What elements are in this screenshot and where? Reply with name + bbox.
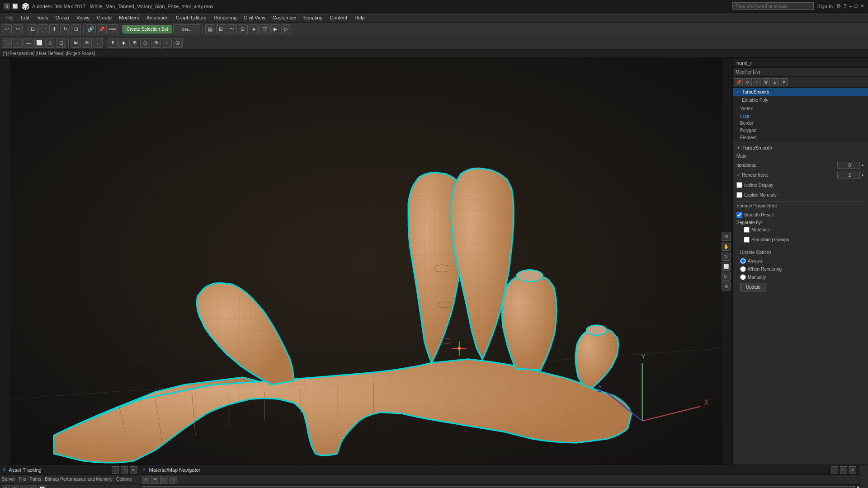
curve-editor-btn[interactable]: 〜 [227, 24, 237, 34]
at-tb-btn4[interactable]: ⬛ [29, 485, 37, 488]
mn-scroll[interactable]: ▼ [856, 485, 856, 488]
ring-btn[interactable]: ◎ [173, 38, 183, 48]
at-menu-bitmap[interactable]: Bitmap Performance and Memory [45, 477, 113, 482]
vp-render-btn[interactable]: ▷ [722, 272, 731, 281]
scale-btn[interactable]: ⊡ [71, 24, 81, 34]
select-region-btn[interactable]: ⬚ [38, 24, 48, 34]
search-input[interactable] [732, 2, 814, 10]
help-icon[interactable]: ? [844, 3, 846, 9]
mn-minimize-btn[interactable]: – [831, 466, 838, 474]
redo-btn[interactable]: ↪ [13, 24, 23, 34]
mirror-btn[interactable]: ⟺ [108, 24, 118, 34]
extrude-btn[interactable]: ⬆ [108, 38, 118, 48]
edge-btn[interactable]: — [24, 38, 33, 48]
snap-btn[interactable]: 📌 [97, 24, 107, 34]
undo-btn[interactable]: ↩ [2, 24, 12, 34]
schematic-btn[interactable]: ⊟ [238, 24, 248, 34]
menu-item-views[interactable]: Views [73, 14, 93, 21]
render-active-btn[interactable]: ▷ [281, 24, 291, 34]
menu-item-help[interactable]: Help [351, 14, 368, 21]
select-btn[interactable]: ⊡ [28, 24, 38, 34]
menu-item-rendering[interactable]: Rendering [210, 14, 241, 21]
menu-item-customize[interactable]: Customize [269, 14, 300, 21]
ts-up2-icon[interactable]: ▲ [861, 173, 864, 177]
at-tb-btn1[interactable]: ⊞ [2, 485, 10, 488]
at-minimize-btn[interactable]: – [112, 466, 119, 474]
subitem-vertex[interactable]: Vertex [733, 105, 868, 112]
turbosmooth-header[interactable]: ▼ TurboSmooth [736, 144, 864, 152]
update-manually-radio[interactable] [740, 274, 746, 280]
menu-item-modifiers[interactable]: Modifiers [115, 14, 143, 21]
link-btn[interactable]: 🔗 [86, 24, 96, 34]
ts-explicit-check[interactable] [736, 192, 742, 198]
mod-del-btn[interactable]: 🗑 [762, 78, 770, 86]
ts-up-icon[interactable]: ▲ [861, 163, 864, 167]
at-menu-options[interactable]: Options [116, 477, 132, 482]
mod-pin-btn[interactable]: 📌 [735, 78, 743, 86]
poly-select-btn[interactable]: ⬛ [2, 38, 12, 48]
bevel-btn[interactable]: ◈ [118, 38, 128, 48]
modifier-editable-poly[interactable]: ✓ Editable Poly [733, 96, 868, 104]
at-menu-paths[interactable]: Paths [30, 477, 42, 482]
wire-btn[interactable]: ⬦ [93, 38, 103, 48]
at-tb-btn5[interactable]: ⬜ [38, 485, 46, 488]
mod-down-btn[interactable]: ▼ [780, 78, 788, 86]
mn-maximize-btn[interactable]: □ [840, 466, 847, 474]
ts-materials-check[interactable] [744, 227, 750, 233]
update-whenrender-radio[interactable] [740, 266, 746, 272]
mod-up-btn[interactable]: ▲ [771, 78, 779, 86]
update-always-radio[interactable] [740, 258, 746, 264]
menu-item-group[interactable]: Group [52, 14, 73, 21]
create-selection-btn[interactable]: Create Selection Set [123, 25, 172, 33]
mn-tb-icon-btn[interactable]: ⬛ [160, 476, 168, 484]
subitem-border[interactable]: Border [733, 119, 868, 127]
modifier-turbosmooth[interactable]: ✓ TurboSmooth [733, 88, 868, 96]
ts-renderIters-input[interactable] [837, 172, 860, 178]
vp-orbit-btn[interactable]: ↻ [722, 252, 731, 261]
subitem-polygon[interactable]: Polygon [733, 127, 868, 134]
at-maximize-btn[interactable]: □ [121, 466, 128, 474]
isolate-sel-btn[interactable]: ☯ [71, 38, 81, 48]
material-editor-btn[interactable]: ◈ [249, 24, 259, 34]
ts-isoline-check[interactable] [736, 182, 742, 188]
vp-pan-btn[interactable]: ✋ [722, 242, 731, 251]
border-btn[interactable]: ⬜ [34, 38, 44, 48]
mod-config-btn[interactable]: ⚙ [744, 78, 752, 86]
vp-settings-btn[interactable]: ⚙ [722, 282, 731, 291]
menu-item-civil-view[interactable]: Civil View [240, 14, 269, 21]
at-tb-btn2[interactable]: ⊡ [11, 485, 19, 488]
menu-item-file[interactable]: File [2, 14, 17, 21]
viewport-3d[interactable]: X Y Z ⊞ ✋ ↻ ⬜ ▷ ⚙ [0, 58, 732, 465]
update-button[interactable]: Update [740, 283, 766, 291]
at-menu-server[interactable]: Server [2, 477, 15, 482]
at-tb-btn3[interactable]: ▶ [20, 485, 28, 488]
mn-tb-grid-btn[interactable]: ⊞ [142, 476, 150, 484]
menu-item-edit[interactable]: Edit [17, 14, 33, 21]
chamfer-btn[interactable]: ◇ [140, 38, 150, 48]
mn-search-input[interactable] [142, 486, 855, 488]
menu-item-animation[interactable]: Animation [143, 14, 172, 21]
ts-iterations-input[interactable] [837, 162, 860, 169]
subitem-edge[interactable]: Edge [733, 112, 868, 119]
obj-prop-btn[interactable]: ⊞ [216, 24, 226, 34]
selection-set-dropdown[interactable]: Set... [173, 24, 200, 34]
settings-icon[interactable]: ⚙ [836, 3, 841, 9]
layer-btn[interactable]: ▤ [205, 24, 215, 34]
element-btn[interactable]: ◻ [56, 38, 66, 48]
at-menu-file[interactable]: File [19, 477, 26, 482]
subitem-element[interactable]: Element [733, 134, 868, 141]
face-btn[interactable]: △ [45, 38, 55, 48]
ts-smoothresult-check[interactable] [736, 212, 742, 218]
ts-smoothgroups-check[interactable] [744, 237, 750, 243]
at-close-btn[interactable]: ✕ [130, 466, 137, 474]
menu-item-graph-editors[interactable]: Graph Editors [172, 14, 210, 21]
vertex-btn[interactable]: · [13, 38, 23, 48]
inset-btn[interactable]: ⊞ [129, 38, 139, 48]
loop-btn[interactable]: ○ [162, 38, 172, 48]
menu-item-scripting[interactable]: Scripting [300, 14, 326, 21]
vp-zoom-btn[interactable]: ⊞ [722, 232, 731, 241]
render-setup-btn[interactable]: 🎬 [259, 24, 269, 34]
render-btn[interactable]: ▶ [270, 24, 280, 34]
vp-maximize-btn[interactable]: ⬜ [722, 262, 731, 271]
mn-tb-list-btn[interactable]: ☰ [151, 476, 159, 484]
